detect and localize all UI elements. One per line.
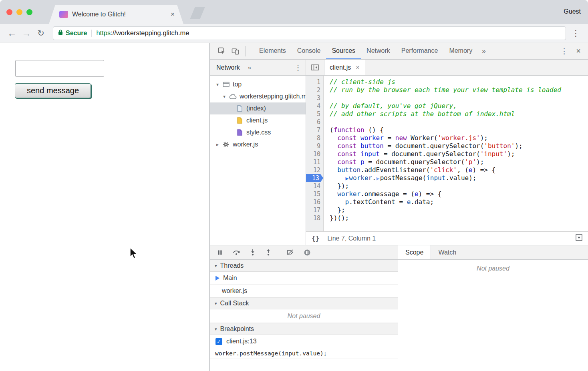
- tree-expand-icon[interactable]: ▸: [214, 142, 221, 147]
- close-window-button[interactable]: [6, 9, 12, 15]
- tree-item-label: style.css: [246, 129, 271, 136]
- pause-icon: [217, 250, 223, 255]
- new-tab-button[interactable]: [190, 7, 205, 19]
- breakpoint-code[interactable]: worker.postMessage(input.value);: [210, 348, 398, 359]
- code-line[interactable]: });: [330, 182, 588, 190]
- sidebar-more-tabs-button[interactable]: »: [248, 64, 251, 71]
- forward-button[interactable]: →: [19, 28, 34, 39]
- code-line[interactable]: // client-side js: [330, 78, 588, 86]
- line-number[interactable]: 3: [306, 94, 323, 102]
- tab-close-icon[interactable]: ×: [171, 10, 175, 18]
- tree-item-style-css[interactable]: style.css: [210, 126, 306, 138]
- editor-tab-close-icon[interactable]: ×: [356, 64, 359, 71]
- threads-section-header[interactable]: ▾ Threads: [210, 260, 398, 272]
- code-line[interactable]: };: [330, 206, 588, 214]
- devtools-tab-network[interactable]: Network: [361, 43, 396, 59]
- devtools-menu-button[interactable]: ⋮: [556, 46, 573, 56]
- code-line[interactable]: })();: [330, 214, 588, 222]
- inspect-cursor-icon: [218, 47, 226, 55]
- sidebar-tab-network[interactable]: Network: [216, 64, 240, 71]
- code-line[interactable]: (function () {: [330, 126, 588, 134]
- tree-item-worker-js[interactable]: ▸worker.js: [210, 138, 306, 150]
- code-line[interactable]: [330, 118, 588, 126]
- browser-menu-button[interactable]: ⋮: [572, 28, 580, 38]
- step-into-button[interactable]: [250, 249, 256, 256]
- line-number[interactable]: 2: [306, 86, 323, 94]
- section-collapse-icon: ▾: [215, 327, 217, 332]
- code-line[interactable]: button.addEventListener('click', (e) => …: [330, 166, 588, 174]
- toggle-navigator-button[interactable]: [306, 60, 324, 75]
- message-input[interactable]: [15, 60, 104, 77]
- step-over-button[interactable]: [233, 249, 240, 255]
- sidebar-menu-button[interactable]: ⋮: [294, 63, 302, 72]
- send-message-button[interactable]: send message: [15, 83, 91, 98]
- code-line[interactable]: const p = document.querySelector('p');: [330, 158, 588, 166]
- code-line[interactable]: [330, 94, 588, 102]
- pause-button[interactable]: [217, 250, 223, 255]
- line-number[interactable]: 8: [306, 134, 323, 142]
- editor-tab-client-js[interactable]: client.js ×: [324, 60, 365, 75]
- line-number-gutter[interactable]: 123456789101112131415161718: [306, 76, 324, 231]
- back-button[interactable]: ←: [5, 28, 19, 39]
- more-panels-button[interactable]: »: [478, 47, 489, 55]
- call-stack-section-header[interactable]: ▾ Call Stack: [210, 297, 398, 309]
- devtools-tab-sources[interactable]: Sources: [326, 43, 361, 59]
- line-number[interactable]: 4: [306, 102, 323, 110]
- browser-tab[interactable]: Welcome to Glitch! ×: [49, 5, 183, 24]
- code-line[interactable]: const input = document.querySelector('in…: [330, 150, 588, 158]
- line-number[interactable]: 5: [306, 110, 323, 118]
- inspect-element-button[interactable]: [215, 46, 228, 57]
- line-number[interactable]: 16: [306, 198, 323, 206]
- line-number[interactable]: 6: [306, 118, 323, 126]
- code-line[interactable]: const worker = new Worker('worker.js');: [330, 134, 588, 142]
- code-line[interactable]: // by default, you've got jQuery,: [330, 102, 588, 110]
- breakpoints-section-header[interactable]: ▾ Breakpoints: [210, 323, 398, 335]
- code-line[interactable]: const button = document.querySelector('b…: [330, 142, 588, 150]
- code-line[interactable]: p.textContent = e.data;: [330, 198, 588, 206]
- line-number[interactable]: 10: [306, 150, 323, 158]
- line-number[interactable]: 12: [306, 166, 323, 174]
- line-number[interactable]: 11: [306, 158, 323, 166]
- tree-item-top[interactable]: ▾top: [210, 78, 306, 90]
- tree-expand-icon[interactable]: ▾: [221, 94, 228, 99]
- code-line[interactable]: // run by the browser each time your vie…: [330, 86, 588, 94]
- code-line[interactable]: worker.onmessage = (e) => {: [330, 190, 588, 198]
- pause-on-exceptions-button[interactable]: [304, 249, 311, 256]
- line-number[interactable]: 14: [306, 182, 323, 190]
- thread-row-worker-js[interactable]: worker.js: [210, 285, 398, 297]
- line-number[interactable]: 17: [306, 206, 323, 214]
- scope-pane-tab-watch[interactable]: Watch: [431, 245, 463, 259]
- line-number[interactable]: 15: [306, 190, 323, 198]
- devtools-tab-memory[interactable]: Memory: [443, 43, 478, 59]
- tree-item-index[interactable]: (index): [210, 102, 306, 114]
- address-bar[interactable]: Secure https://workerstepping.glitch.me: [53, 26, 566, 40]
- active-thread-icon: [215, 276, 219, 281]
- line-number[interactable]: 7: [306, 126, 323, 134]
- code-line[interactable]: // add other scripts at the bottom of in…: [330, 110, 588, 118]
- code-area[interactable]: // client-side js// run by the browser e…: [324, 76, 588, 231]
- line-number[interactable]: 9: [306, 142, 323, 150]
- minimize-window-button[interactable]: [16, 9, 22, 15]
- devtools-tab-performance[interactable]: Performance: [396, 43, 444, 59]
- tree-item-client-js[interactable]: client.js: [210, 114, 306, 126]
- devtools-tab-console[interactable]: Console: [292, 43, 326, 59]
- deactivate-breakpoints-button[interactable]: [287, 249, 294, 255]
- thread-row-main[interactable]: Main: [210, 272, 398, 285]
- tree-expand-icon[interactable]: ▾: [214, 82, 221, 87]
- zoom-window-button[interactable]: [26, 9, 32, 15]
- scope-pane-tab-scope[interactable]: Scope: [398, 245, 431, 259]
- breakpoint-checkbox[interactable]: ✓: [215, 338, 222, 345]
- devtools-close-button[interactable]: ×: [573, 46, 588, 56]
- code-line[interactable]: ▶worker.▶postMessage(input.value);: [330, 174, 588, 182]
- devtools-tab-elements[interactable]: Elements: [254, 43, 292, 59]
- step-out-button[interactable]: [266, 249, 271, 256]
- device-toolbar-button[interactable]: [228, 46, 242, 57]
- expand-panel-button[interactable]: [576, 234, 582, 243]
- line-number[interactable]: 1: [306, 78, 323, 86]
- pretty-print-button[interactable]: {}: [312, 235, 319, 242]
- tree-item-workerstepping-glitch-me[interactable]: ▾workerstepping.glitch.me: [210, 90, 306, 102]
- reload-button[interactable]: ↻: [34, 28, 48, 38]
- breakpoint-entry[interactable]: ✓ client.js:13: [210, 335, 398, 348]
- line-number[interactable]: 18: [306, 214, 323, 222]
- breakpoint-line-number[interactable]: 13: [306, 174, 323, 182]
